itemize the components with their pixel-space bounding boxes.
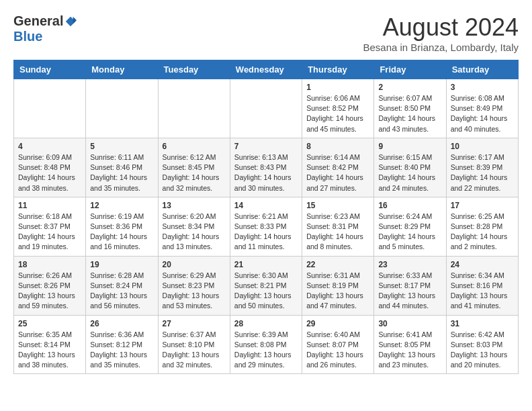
- day-info: Sunrise: 6:13 AM Sunset: 8:43 PM Dayligh…: [234, 152, 298, 193]
- page-header: General Blue August 2024 Besana in Brian…: [13, 13, 519, 53]
- calendar-cell: 1Sunrise: 6:06 AM Sunset: 8:52 PM Daylig…: [302, 79, 374, 138]
- day-number: 22: [306, 260, 369, 269]
- calendar-cell: 12Sunrise: 6:19 AM Sunset: 8:36 PM Dayli…: [86, 197, 158, 256]
- calendar-cell: 11Sunrise: 6:18 AM Sunset: 8:37 PM Dayli…: [14, 197, 86, 256]
- logo: General Blue: [13, 13, 77, 44]
- day-number: 30: [378, 319, 441, 328]
- day-info: Sunrise: 6:21 AM Sunset: 8:33 PM Dayligh…: [234, 212, 298, 253]
- week-row-2: 4Sunrise: 6:09 AM Sunset: 8:48 PM Daylig…: [14, 138, 519, 197]
- day-info: Sunrise: 6:33 AM Sunset: 8:17 PM Dayligh…: [378, 271, 441, 312]
- day-info: Sunrise: 6:41 AM Sunset: 8:05 PM Dayligh…: [378, 330, 441, 371]
- calendar-cell: 26Sunrise: 6:36 AM Sunset: 8:12 PM Dayli…: [86, 315, 158, 374]
- day-info: Sunrise: 6:25 AM Sunset: 8:28 PM Dayligh…: [451, 212, 514, 253]
- day-number: 31: [451, 319, 514, 328]
- day-info: Sunrise: 6:34 AM Sunset: 8:16 PM Dayligh…: [451, 271, 514, 312]
- calendar-cell: 5Sunrise: 6:11 AM Sunset: 8:46 PM Daylig…: [86, 138, 158, 197]
- day-number: 10: [451, 142, 514, 151]
- svg-marker-1: [73, 16, 77, 24]
- day-number: 28: [234, 319, 298, 328]
- day-info: Sunrise: 6:06 AM Sunset: 8:52 PM Dayligh…: [306, 93, 369, 134]
- weekday-header-saturday: Saturday: [446, 60, 518, 79]
- day-info: Sunrise: 6:40 AM Sunset: 8:07 PM Dayligh…: [306, 330, 369, 371]
- calendar-cell: 17Sunrise: 6:25 AM Sunset: 8:28 PM Dayli…: [446, 197, 518, 256]
- day-info: Sunrise: 6:14 AM Sunset: 8:42 PM Dayligh…: [306, 152, 369, 193]
- calendar-cell: 7Sunrise: 6:13 AM Sunset: 8:43 PM Daylig…: [230, 138, 302, 197]
- day-info: Sunrise: 6:12 AM Sunset: 8:45 PM Dayligh…: [163, 152, 226, 193]
- calendar-cell: [86, 79, 158, 138]
- calendar-cell: 23Sunrise: 6:33 AM Sunset: 8:17 PM Dayli…: [374, 256, 446, 315]
- day-info: Sunrise: 6:37 AM Sunset: 8:10 PM Dayligh…: [163, 330, 226, 371]
- day-number: 14: [234, 201, 298, 210]
- calendar-cell: [14, 79, 86, 138]
- calendar-cell: 14Sunrise: 6:21 AM Sunset: 8:33 PM Dayli…: [230, 197, 302, 256]
- weekday-header-monday: Monday: [86, 60, 158, 79]
- calendar-cell: 22Sunrise: 6:31 AM Sunset: 8:19 PM Dayli…: [302, 256, 374, 315]
- day-number: 13: [163, 201, 226, 210]
- location-text: Besana in Brianza, Lombardy, Italy: [363, 42, 519, 53]
- calendar-cell: 30Sunrise: 6:41 AM Sunset: 8:05 PM Dayli…: [374, 315, 446, 374]
- calendar-cell: 28Sunrise: 6:39 AM Sunset: 8:08 PM Dayli…: [230, 315, 302, 374]
- day-info: Sunrise: 6:09 AM Sunset: 8:48 PM Dayligh…: [18, 152, 81, 193]
- calendar-cell: 25Sunrise: 6:35 AM Sunset: 8:14 PM Dayli…: [14, 315, 86, 374]
- day-info: Sunrise: 6:24 AM Sunset: 8:29 PM Dayligh…: [378, 212, 441, 253]
- calendar-cell: 21Sunrise: 6:30 AM Sunset: 8:21 PM Dayli…: [230, 256, 302, 315]
- day-number: 1: [306, 83, 369, 92]
- calendar-cell: 13Sunrise: 6:20 AM Sunset: 8:34 PM Dayli…: [158, 197, 230, 256]
- calendar-cell: 8Sunrise: 6:14 AM Sunset: 8:42 PM Daylig…: [302, 138, 374, 197]
- day-number: 24: [451, 260, 514, 269]
- calendar-cell: [158, 79, 230, 138]
- day-info: Sunrise: 6:11 AM Sunset: 8:46 PM Dayligh…: [90, 152, 153, 193]
- calendar-cell: 3Sunrise: 6:08 AM Sunset: 8:49 PM Daylig…: [446, 79, 518, 138]
- calendar-cell: 9Sunrise: 6:15 AM Sunset: 8:40 PM Daylig…: [374, 138, 446, 197]
- weekday-header-row: SundayMondayTuesdayWednesdayThursdayFrid…: [14, 60, 519, 79]
- weekday-header-friday: Friday: [374, 60, 446, 79]
- calendar-cell: 4Sunrise: 6:09 AM Sunset: 8:48 PM Daylig…: [14, 138, 86, 197]
- day-number: 12: [90, 201, 153, 210]
- day-number: 21: [234, 260, 298, 269]
- weekday-header-sunday: Sunday: [14, 60, 86, 79]
- day-number: 2: [378, 83, 441, 92]
- month-title: August 2024: [363, 13, 519, 42]
- logo-icon: [64, 15, 77, 28]
- calendar-cell: 18Sunrise: 6:26 AM Sunset: 8:26 PM Dayli…: [14, 256, 86, 315]
- day-number: 29: [306, 319, 369, 328]
- day-number: 18: [18, 260, 81, 269]
- day-info: Sunrise: 6:29 AM Sunset: 8:23 PM Dayligh…: [163, 271, 226, 312]
- calendar-cell: 6Sunrise: 6:12 AM Sunset: 8:45 PM Daylig…: [158, 138, 230, 197]
- calendar-cell: 2Sunrise: 6:07 AM Sunset: 8:50 PM Daylig…: [374, 79, 446, 138]
- day-number: 26: [90, 319, 153, 328]
- day-number: 7: [234, 142, 298, 151]
- day-number: 15: [306, 201, 369, 210]
- day-number: 27: [163, 319, 226, 328]
- day-info: Sunrise: 6:28 AM Sunset: 8:24 PM Dayligh…: [90, 271, 153, 312]
- calendar-cell: 31Sunrise: 6:42 AM Sunset: 8:03 PM Dayli…: [446, 315, 518, 374]
- day-info: Sunrise: 6:17 AM Sunset: 8:39 PM Dayligh…: [451, 152, 514, 193]
- calendar-table: SundayMondayTuesdayWednesdayThursdayFrid…: [13, 60, 519, 374]
- day-number: 4: [18, 142, 81, 151]
- day-info: Sunrise: 6:42 AM Sunset: 8:03 PM Dayligh…: [451, 330, 514, 371]
- day-info: Sunrise: 6:20 AM Sunset: 8:34 PM Dayligh…: [163, 212, 226, 253]
- calendar-cell: 29Sunrise: 6:40 AM Sunset: 8:07 PM Dayli…: [302, 315, 374, 374]
- calendar-cell: 16Sunrise: 6:24 AM Sunset: 8:29 PM Dayli…: [374, 197, 446, 256]
- day-number: 9: [378, 142, 441, 151]
- day-info: Sunrise: 6:30 AM Sunset: 8:21 PM Dayligh…: [234, 271, 298, 312]
- weekday-header-wednesday: Wednesday: [230, 60, 302, 79]
- calendar-cell: 24Sunrise: 6:34 AM Sunset: 8:16 PM Dayli…: [446, 256, 518, 315]
- weekday-header-tuesday: Tuesday: [158, 60, 230, 79]
- day-number: 17: [451, 201, 514, 210]
- week-row-4: 18Sunrise: 6:26 AM Sunset: 8:26 PM Dayli…: [14, 256, 519, 315]
- day-number: 16: [378, 201, 441, 210]
- day-number: 11: [18, 201, 81, 210]
- title-section: August 2024 Besana in Brianza, Lombardy,…: [363, 13, 519, 53]
- week-row-5: 25Sunrise: 6:35 AM Sunset: 8:14 PM Dayli…: [14, 315, 519, 374]
- day-number: 3: [451, 83, 514, 92]
- day-number: 5: [90, 142, 153, 151]
- day-info: Sunrise: 6:35 AM Sunset: 8:14 PM Dayligh…: [18, 330, 81, 371]
- day-number: 8: [306, 142, 369, 151]
- day-number: 19: [90, 260, 153, 269]
- day-number: 23: [378, 260, 441, 269]
- day-info: Sunrise: 6:39 AM Sunset: 8:08 PM Dayligh…: [234, 330, 298, 371]
- day-number: 6: [163, 142, 226, 151]
- day-number: 25: [18, 319, 81, 328]
- calendar-cell: 10Sunrise: 6:17 AM Sunset: 8:39 PM Dayli…: [446, 138, 518, 197]
